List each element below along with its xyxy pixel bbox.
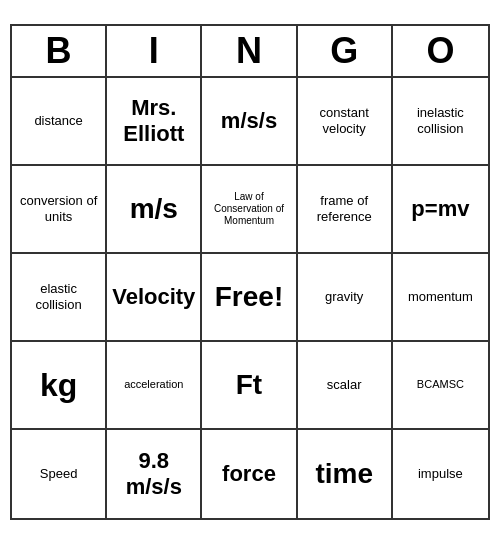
bingo-cell-10: elastic collision: [12, 254, 107, 342]
bingo-cell-14: momentum: [393, 254, 488, 342]
bingo-cell-9: p=mv: [393, 166, 488, 254]
bingo-cell-8: frame of reference: [298, 166, 393, 254]
bingo-cell-23: time: [298, 430, 393, 518]
bingo-cell-15: kg: [12, 342, 107, 430]
bingo-cell-19: BCAMSC: [393, 342, 488, 430]
bingo-cell-1: Mrs. Elliott: [107, 78, 202, 166]
bingo-cell-21: 9.8 m/s/s: [107, 430, 202, 518]
bingo-cell-18: scalar: [298, 342, 393, 430]
bingo-grid: distanceMrs. Elliottm/s/sconstant veloci…: [12, 78, 488, 518]
bingo-cell-17: Ft: [202, 342, 297, 430]
bingo-cell-3: constant velocity: [298, 78, 393, 166]
bingo-cell-22: force: [202, 430, 297, 518]
bingo-cell-24: impulse: [393, 430, 488, 518]
bingo-cell-5: conversion of units: [12, 166, 107, 254]
header-letter-g: G: [298, 26, 393, 76]
bingo-cell-20: Speed: [12, 430, 107, 518]
header-letter-b: B: [12, 26, 107, 76]
bingo-cell-4: inelastic collision: [393, 78, 488, 166]
bingo-cell-11: Velocity: [107, 254, 202, 342]
bingo-cell-0: distance: [12, 78, 107, 166]
bingo-cell-12: Free!: [202, 254, 297, 342]
bingo-cell-13: gravity: [298, 254, 393, 342]
bingo-cell-16: acceleration: [107, 342, 202, 430]
bingo-card: BINGO distanceMrs. Elliottm/s/sconstant …: [10, 24, 490, 520]
header-letter-o: O: [393, 26, 488, 76]
bingo-cell-7: Law of Conservation of Momentum: [202, 166, 297, 254]
bingo-cell-2: m/s/s: [202, 78, 297, 166]
header-letter-i: I: [107, 26, 202, 76]
header-letter-n: N: [202, 26, 297, 76]
bingo-header: BINGO: [12, 26, 488, 78]
bingo-cell-6: m/s: [107, 166, 202, 254]
